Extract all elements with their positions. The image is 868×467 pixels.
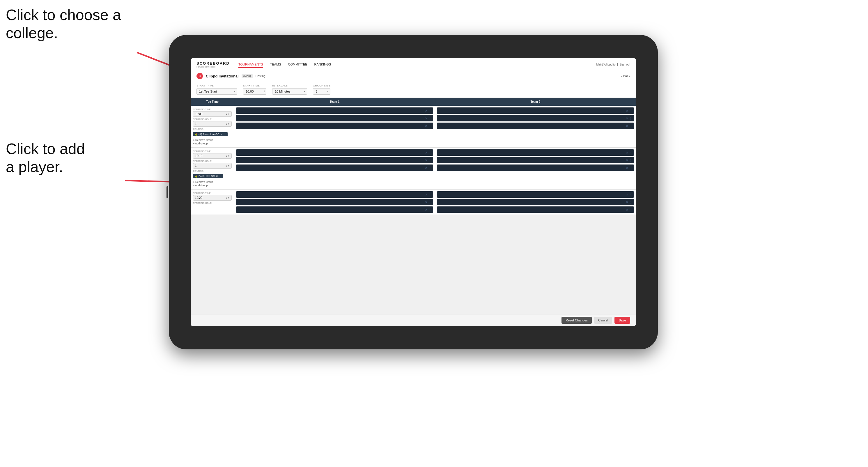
course-tag-eastlake[interactable]: ⛳ East Lake GC ✕ ⋮ [193,174,223,178]
starting-hole-label-2: STARTING HOLE: [193,160,232,162]
tee-time-row: STARTING TIME: 10:10 ▲▼ STARTING HOLE: 1… [191,148,636,190]
tee-time-sidebar-1: STARTING TIME: 10:00 ▲▼ STARTING HOLE: 1… [191,106,234,147]
course-name-2: East Lake GC [198,175,215,178]
nav-link-tournaments[interactable]: TOURNAMENTS [238,61,263,68]
nav-link-teams[interactable]: TEAMS [270,61,281,68]
header-team2: Team 2 [435,98,636,106]
course-tag-peachtree[interactable]: ⛳ (A) Peachtree GC ✕ ⋮ [193,132,228,136]
nav-logo: SCOREBOARD Powered by clippd [196,61,230,68]
starting-hole-input-1[interactable]: 1 ▲▼ [193,121,232,127]
team1-column-3: ✕ ⋮ ✕ ⋮ ✕ ⋮ [234,190,435,215]
start-type-group: Start Type 1st Tee Start [196,84,237,95]
annotation-mid-left: Click to add a player. [6,140,85,176]
course-remove-2[interactable]: ✕ [216,175,218,178]
team2-column-2: ✕ ⋮ ✕ ⋮ ✕ ⋮ [435,148,636,189]
course-label-2: COURSE: [193,170,232,173]
schedule-header: Tee Time Team 1 Team 2 [191,98,636,106]
logo-title: SCOREBOARD [196,61,230,65]
starting-time-label-1: STARTING TIME: [193,108,232,111]
team2-column-3: ✕ ⋮ ✕ ⋮ ✕ ⋮ [435,190,636,215]
remove-group-btn-1[interactable]: ○ Remove Group [193,138,232,142]
start-time-input-wrapper: ℹ [243,88,266,95]
nav-links: TOURNAMENTS TEAMS COMMITTEE RANKINGS [238,61,596,68]
nav-bar: SCOREBOARD Powered by clippd TOURNAMENTS… [191,58,636,71]
course-remove-1[interactable]: ✕ [220,133,223,136]
form-controls: Start Type 1st Tee Start Start Time ℹ [191,81,636,98]
schedule-container: Tee Time Team 1 Team 2 STARTING TIME: 10… [191,98,636,215]
team2-column-1: ✕ ⋮ ✕ ⋮ ✕ ⋮ [435,106,636,147]
course-name-1: (A) Peachtree GC [198,133,219,136]
add-group-btn-1[interactable]: + Add Group [193,142,232,145]
annotation-line2: college. [6,25,58,41]
player-slot[interactable]: ✕ ⋮ [437,207,634,213]
gender-badge: (Men) [242,74,253,78]
starting-hole-label-3: STARTING HOLE: [193,202,232,205]
tee-time-sidebar-2: STARTING TIME: 10:10 ▲▼ STARTING HOLE: 1… [191,148,234,189]
tournament-logo: C [196,73,203,79]
player-slot[interactable]: ✕ ⋮ [236,164,433,171]
add-group-btn-2[interactable]: + Add Group [193,184,232,187]
start-time-input[interactable] [243,88,266,95]
user-email: blair@clippd.io [596,63,616,66]
starting-time-input-2[interactable]: 10:10 ▲▼ [193,153,232,159]
player-slot[interactable]: ✕ ⋮ [236,207,433,213]
hosting-badge: Hosting [255,74,266,78]
logo-sub: Powered by clippd [196,65,230,68]
player-slot[interactable]: ✕ ⋮ [437,149,634,156]
tablet-screen: SCOREBOARD Powered by clippd TOURNAMENTS… [191,58,636,326]
intervals-select[interactable]: 10 Minutes [272,88,307,95]
starting-time-input-1[interactable]: 10:00 ▲▼ [193,111,232,117]
start-time-label: Start Time [243,84,266,87]
starting-hole-label-1: STARTING HOLE: [193,118,232,121]
player-slot[interactable]: ✕ ⋮ [437,107,634,114]
player-slot[interactable]: ✕ ⋮ [437,199,634,205]
team1-column-1: ✕ ⋮ ✕ ⋮ ✕ ⋮ [234,106,435,147]
tournament-name: Clippd Invitational [206,74,239,78]
intervals-select-wrapper: 10 Minutes [272,88,307,95]
player-slot[interactable]: ✕ ⋮ [236,157,433,163]
intervals-label: Intervals [272,84,307,87]
tablet-frame: SCOREBOARD Powered by clippd TOURNAMENTS… [169,35,658,349]
start-time-group: Start Time ℹ [243,84,266,95]
sign-out-link[interactable]: Sign out [619,63,630,66]
course-label-1: COURSE: [193,128,232,130]
header-team1: Team 1 [234,98,435,106]
info-icon: ℹ [264,90,265,93]
nav-link-rankings[interactable]: RANKINGS [314,61,331,68]
start-type-select-wrapper: 1st Tee Start [196,88,237,95]
player-slot[interactable]: ✕ ⋮ [236,149,433,156]
annotation-line4: a player. [6,158,63,175]
remove-group-btn-2[interactable]: ○ Remove Group [193,181,232,183]
starting-hole-input-2[interactable]: 1 ▲▼ [193,163,232,168]
annotation-top-left: Click to choose a college. [6,6,121,42]
team1-column-2: ✕ ⋮ ✕ ⋮ ✕ ⋮ [234,148,435,189]
player-slot[interactable]: ✕ ⋮ [437,123,634,129]
starting-time-label-2: STARTING TIME: [193,150,232,153]
player-slot[interactable]: ✕ ⋮ [437,115,634,121]
player-slot[interactable]: ✕ ⋮ [437,157,634,163]
footer-bar: Reset Changes Cancel Save [191,314,636,326]
header-tee-time: Tee Time [191,98,234,106]
cancel-button[interactable]: Cancel [594,317,612,324]
course-edit-1[interactable]: ⋮ [223,133,226,136]
player-slot[interactable]: ✕ ⋮ [236,191,433,198]
player-slot[interactable]: ✕ ⋮ [236,199,433,205]
tee-time-sidebar-3: STARTING TIME: 10:20 ▲▼ STARTING HOLE: [191,190,234,215]
annotation-line1: Click to choose a [6,6,121,23]
player-slot[interactable]: ✕ ⋮ [437,191,634,198]
player-slot[interactable]: ✕ ⋮ [236,123,433,129]
start-type-label: Start Type [196,84,237,87]
tablet-side-button [166,186,168,198]
group-size-select[interactable]: 3 [313,88,330,95]
start-type-select[interactable]: 1st Tee Start [196,88,237,95]
starting-time-input-3[interactable]: 10:20 ▲▼ [193,195,232,200]
nav-link-committee[interactable]: COMMITTEE [288,61,307,68]
player-slot[interactable]: ✕ ⋮ [437,164,634,171]
save-button[interactable]: Save [615,317,630,324]
player-slot[interactable]: ✕ ⋮ [236,107,433,114]
course-edit-2[interactable]: ⋮ [219,175,221,178]
reset-changes-button[interactable]: Reset Changes [561,317,592,324]
player-slot[interactable]: ✕ ⋮ [236,115,433,121]
sub-header: C Clippd Invitational (Men) Hosting ‹ Ba… [191,71,636,81]
back-button[interactable]: ‹ Back [621,74,630,78]
